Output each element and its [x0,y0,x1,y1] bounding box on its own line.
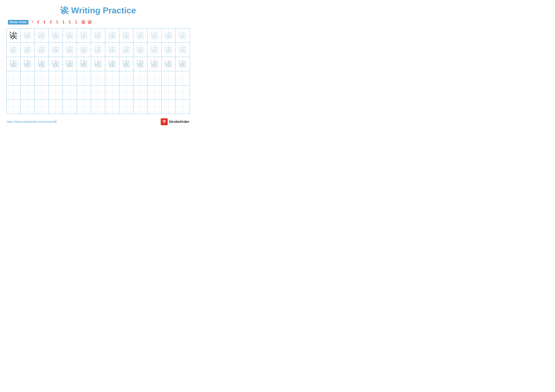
grid-cell-3-2 [35,71,49,85]
grid-cell-4-9 [133,86,147,100]
grid-cell-4-10 [147,86,161,100]
grid-row-3 [7,71,190,86]
grid-cell-3-8 [119,71,133,85]
grid-cell-0-0: 诶 [7,29,21,43]
grid-cell-5-9 [133,100,147,114]
grid-cell-2-1: 诶 [21,57,35,71]
footer: https://www.strokeorder.com/chinese/诶 字 … [6,118,190,125]
cell-char-0-6: 诶 [94,31,102,40]
cell-char-1-3: 诶 [51,46,60,54]
grid-cell-5-6 [91,100,105,114]
cell-char-1-10: 诶 [150,46,159,54]
grid-cell-3-6 [91,71,105,85]
grid-cell-1-0: 诶 [7,43,21,57]
grid-cell-4-4 [63,86,77,100]
stroke-step-6: 讠 [68,19,73,25]
grid-cell-4-6 [91,86,105,100]
grid-cell-0-10: 诶 [147,29,161,43]
grid-cell-2-12: 诶 [175,57,190,71]
stroke-step-5: 讠 [62,19,67,25]
grid-row-4 [7,86,190,100]
grid-cell-0-2: 诶 [35,29,49,43]
grid-cell-2-3: 诶 [49,57,63,71]
footer-logo: 字 StrokeOrder [161,118,189,125]
grid-cell-0-3: 诶 [49,29,63,43]
cell-char-2-8: 诶 [122,60,130,68]
grid-cell-3-11 [161,71,175,85]
grid-row-0: 诶诶诶诶诶诶诶诶诶诶诶诶诶 [7,29,190,43]
practice-grid: 诶诶诶诶诶诶诶诶诶诶诶诶诶诶诶诶诶诶诶诶诶诶诶诶诶诶诶诶诶诶诶诶诶诶诶诶诶诶诶 [6,28,190,114]
grid-cell-0-1: 诶 [21,29,35,43]
stroke-step-0: 丶 [30,19,36,25]
grid-cell-3-3 [49,71,63,85]
cell-char-1-7: 诶 [108,46,116,54]
logo-icon: 字 [161,118,168,125]
cell-char-0-10: 诶 [150,31,159,40]
grid-row-5 [7,100,190,114]
cell-char-2-12: 诶 [178,60,187,68]
cell-char-0-2: 诶 [37,31,46,40]
cell-char-1-8: 诶 [122,46,130,54]
grid-cell-2-5: 诶 [77,57,91,71]
grid-cell-1-6: 诶 [91,43,105,57]
grid-cell-4-2 [35,86,49,100]
grid-cell-0-4: 诶 [63,29,77,43]
cell-char-2-2: 诶 [37,60,46,68]
grid-cell-3-10 [147,71,161,85]
cell-char-2-3: 诶 [51,60,60,68]
cell-char-0-1: 诶 [23,31,32,40]
cell-char-0-8: 诶 [122,31,130,40]
cell-char-1-2: 诶 [37,46,46,54]
grid-cell-4-7 [105,86,119,100]
grid-cell-3-5 [77,71,91,85]
grid-cell-0-9: 诶 [133,29,147,43]
grid-cell-3-1 [21,71,35,85]
stroke-step-3: 亻 [49,19,54,25]
grid-cell-5-0 [7,100,21,114]
stroke-steps: 丶亻亻亻讠讠讠讠诶诶 [30,19,92,25]
grid-row-1: 诶诶诶诶诶诶诶诶诶诶诶诶诶 [7,43,190,57]
logo-text: StrokeOrder [169,120,189,124]
cell-char-0-7: 诶 [108,31,116,40]
cell-char-2-9: 诶 [136,60,145,68]
stroke-step-8: 诶 [81,19,86,25]
grid-cell-5-5 [77,100,91,114]
grid-cell-4-8 [119,86,133,100]
grid-cell-5-12 [175,100,190,114]
grid-cell-1-4: 诶 [63,43,77,57]
grid-cell-0-7: 诶 [105,29,119,43]
cell-char-0-11: 诶 [164,31,173,40]
cell-char-2-10: 诶 [150,60,159,68]
grid-cell-5-1 [21,100,35,114]
cell-char-1-5: 诶 [80,46,88,54]
grid-cell-1-5: 诶 [77,43,91,57]
cell-char-1-11: 诶 [164,46,173,54]
grid-cell-5-3 [49,100,63,114]
grid-cell-1-8: 诶 [119,43,133,57]
cell-char-0-12: 诶 [178,31,187,40]
grid-cell-4-0 [7,86,21,100]
grid-cell-4-12 [175,86,190,100]
cell-char-0-0: 诶 [9,31,18,40]
grid-cell-5-8 [119,100,133,114]
grid-cell-3-4 [63,71,77,85]
cell-char-1-1: 诶 [23,46,32,54]
stroke-step-4: 讠 [55,19,61,25]
footer-url[interactable]: https://www.strokeorder.com/chinese/诶 [7,120,57,124]
grid-cell-3-12 [175,71,190,85]
grid-cell-5-10 [147,100,161,114]
grid-cell-1-9: 诶 [133,43,147,57]
grid-cell-0-5: 诶 [77,29,91,43]
grid-cell-5-7 [105,100,119,114]
grid-cell-5-4 [63,100,77,114]
grid-cell-0-11: 诶 [161,29,175,43]
grid-cell-3-9 [133,71,147,85]
stroke-step-1: 亻 [37,19,42,25]
grid-cell-1-1: 诶 [21,43,35,57]
grid-cell-0-12: 诶 [175,29,190,43]
cell-char-0-3: 诶 [51,31,60,40]
grid-cell-1-2: 诶 [35,43,49,57]
cell-char-1-4: 诶 [66,46,74,54]
stroke-step-2: 亻 [43,19,48,25]
grid-cell-1-10: 诶 [147,43,161,57]
